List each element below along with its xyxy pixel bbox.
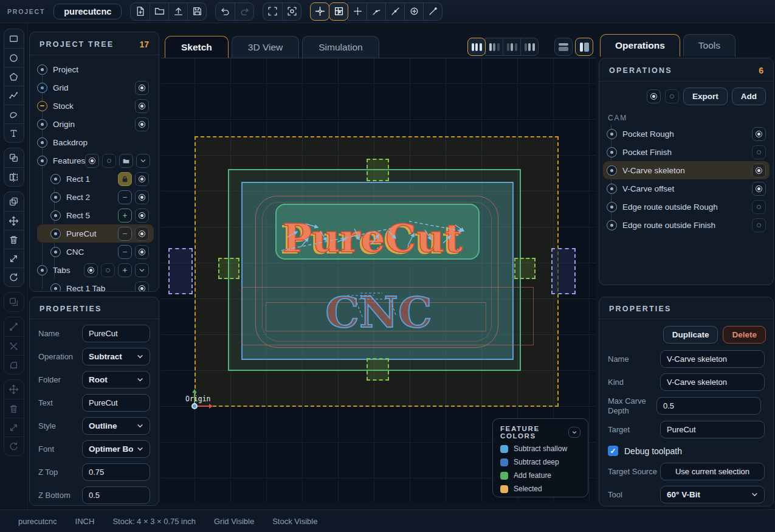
visibility-toggle[interactable]	[752, 218, 766, 232]
save-button[interactable]	[187, 3, 206, 20]
subtract-op-badge[interactable]	[118, 190, 132, 204]
hide-all-toggle[interactable]	[101, 263, 115, 277]
cut-path-button[interactable]	[4, 336, 24, 355]
tree-item-origin[interactable]: Origin	[37, 115, 154, 133]
max-carve-depth-field[interactable]: 0.5	[656, 397, 761, 415]
tab-operations[interactable]: Operations	[600, 34, 680, 57]
collapse-button[interactable]	[136, 154, 150, 168]
fullscreen-button[interactable]	[263, 3, 282, 20]
font-select[interactable]: Optimer Bo	[82, 440, 150, 458]
tab-sketch[interactable]: Sketch	[165, 36, 229, 58]
text-field[interactable]: PureCut	[82, 394, 150, 412]
lock-toggle[interactable]	[118, 172, 132, 186]
display-mode-4-button[interactable]	[520, 38, 539, 56]
text-tool-button[interactable]	[4, 123, 24, 142]
visibility-toggle[interactable]	[135, 190, 149, 204]
split-rows-button[interactable]	[554, 38, 573, 56]
tab-simulation[interactable]: Simulation	[302, 36, 379, 58]
tree-item-rect2[interactable]: Rect 2	[37, 188, 154, 206]
target-source-button[interactable]: Use current selection	[660, 463, 765, 480]
operation-kind-field[interactable]: V-Carve skeleton	[660, 373, 765, 391]
tree-item-grid[interactable]: Grid	[37, 78, 154, 97]
edit-shape-button[interactable]	[4, 355, 24, 374]
visibility-toggle[interactable]	[752, 127, 766, 141]
project-name-field[interactable]: purecutcnc	[53, 4, 122, 19]
visibility-toggle[interactable]	[135, 282, 149, 292]
show-all-toggle[interactable]	[647, 89, 661, 103]
subtract-op-badge[interactable]	[118, 227, 132, 241]
freeform-tool-button[interactable]	[4, 105, 24, 123]
duplicate-button[interactable]: Duplicate	[663, 326, 718, 344]
delete-tool-button[interactable]	[4, 230, 24, 249]
visibility-toggle[interactable]	[752, 164, 766, 178]
tree-item-rect1[interactable]: Rect 1	[37, 170, 154, 188]
purecut-text-feature[interactable]: PureCut PureCut	[269, 199, 486, 264]
tree-item-tabs[interactable]: Tabs	[37, 261, 154, 279]
visibility-toggle[interactable]	[752, 200, 766, 214]
legend-collapse-button[interactable]	[568, 427, 580, 438]
rotate-tool-button[interactable]	[4, 268, 24, 286]
status-stock-visible[interactable]: Stock Visible	[272, 517, 317, 526]
name-field[interactable]: PureCut	[82, 325, 150, 342]
snap-center-button[interactable]	[404, 2, 424, 21]
delete-button[interactable]: Delete	[723, 326, 766, 344]
tab-tools[interactable]: Tools	[683, 34, 735, 57]
cnc-text-feature[interactable]: CNC	[318, 288, 439, 339]
polyline-tool-button[interactable]	[4, 86, 24, 105]
node-move-button[interactable]	[4, 380, 24, 399]
visibility-toggle[interactable]	[135, 99, 149, 113]
visibility-toggle[interactable]	[135, 81, 149, 95]
holding-tab-left[interactable]	[218, 258, 239, 279]
target-field[interactable]: PureCut	[660, 421, 765, 438]
operation-vcarve-offset[interactable]: V-Carve offset	[603, 179, 770, 198]
show-all-toggle[interactable]	[84, 263, 98, 277]
operation-edge-route-finish[interactable]: Edge route outside Finish	[603, 216, 770, 234]
visibility-toggle[interactable]	[135, 117, 149, 131]
tab-3d-view[interactable]: 3D View	[232, 36, 299, 58]
node-rotate-button[interactable]	[4, 437, 24, 455]
tree-item-backdrop[interactable]: Backdrop	[37, 133, 154, 151]
visibility-toggle[interactable]	[752, 182, 766, 196]
add-tab-button[interactable]	[118, 263, 132, 277]
subtract-op-badge[interactable]	[118, 245, 132, 259]
tree-item-stock[interactable]: Stock	[37, 97, 154, 115]
snap-node-button[interactable]	[310, 2, 329, 21]
add-op-badge[interactable]	[118, 209, 132, 223]
sketch-canvas[interactable]: PureCut PureCut	[161, 58, 596, 502]
holding-tab-top[interactable]	[367, 159, 389, 181]
hide-all-toggle[interactable]	[665, 89, 679, 103]
visibility-toggle[interactable]	[135, 209, 149, 223]
duplicate-tool-button[interactable]	[4, 192, 24, 211]
snap-endpoint-button[interactable]	[423, 2, 443, 21]
snap-midpoint-button[interactable]	[385, 2, 405, 21]
operation-select[interactable]: Subtract	[82, 348, 150, 365]
edit-nodes-button[interactable]	[4, 317, 24, 336]
move-tool-button[interactable]	[4, 211, 24, 230]
display-mode-2-button[interactable]	[485, 38, 503, 56]
snap-grid-button[interactable]	[329, 2, 348, 21]
visibility-toggle[interactable]	[135, 245, 149, 259]
ghost-rect-right[interactable]	[551, 248, 576, 294]
operation-name-field[interactable]: V-Carve skeleton	[660, 350, 765, 368]
visibility-toggle[interactable]	[135, 172, 149, 186]
operation-pocket-rough[interactable]: Pocket Rough	[603, 125, 770, 143]
z-bottom-field[interactable]: 0.5	[82, 486, 150, 504]
display-mode-3-button[interactable]	[503, 38, 521, 56]
visibility-toggle[interactable]	[135, 227, 149, 241]
operation-edge-route-rough[interactable]: Edge route outside Rough	[603, 198, 770, 216]
tree-item-rect1-tab[interactable]: Rect 1 Tab	[37, 279, 154, 292]
mirror-tool-button[interactable]	[4, 167, 24, 186]
folder-button[interactable]	[119, 154, 133, 168]
node-delete-button[interactable]	[4, 399, 24, 418]
tree-item-cnc[interactable]: CNC	[37, 243, 154, 261]
z-top-field[interactable]: 0.75	[82, 463, 150, 481]
origin-marker[interactable]	[191, 403, 198, 409]
offset-tool-button[interactable]	[4, 292, 24, 311]
export-button[interactable]: Export	[683, 88, 728, 105]
tree-item-features[interactable]: Features	[37, 151, 154, 170]
split-columns-button[interactable]	[575, 38, 593, 56]
operation-pocket-finish[interactable]: Pocket Finish	[603, 143, 770, 161]
hide-all-toggle[interactable]	[102, 154, 116, 168]
node-scale-button[interactable]	[4, 418, 24, 437]
status-grid-visible[interactable]: Grid Visible	[214, 517, 254, 526]
